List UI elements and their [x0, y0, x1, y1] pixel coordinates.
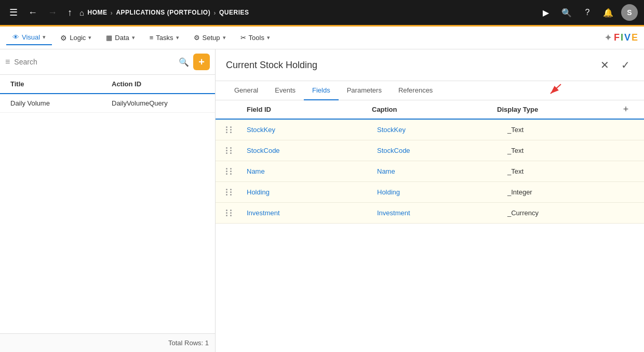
- field-id-investment: Investment: [243, 203, 373, 223]
- main-content: ≡ 🔍 + Title Action ID Daily Volume Daily…: [0, 49, 644, 352]
- tabs-bar: General Events Fields Parameters Referen…: [216, 81, 644, 100]
- left-panel: ≡ 🔍 + Title Action ID Daily Volume Daily…: [0, 49, 216, 352]
- menu-tools[interactable]: ✂ Tools ▾: [234, 31, 276, 45]
- field-id-stockkey: StockKey: [243, 120, 373, 140]
- top-nav-right: ▶ 🔍 ? 🔔 S: [538, 4, 638, 21]
- add-button[interactable]: +: [193, 54, 210, 70]
- menu-setup-label: Setup: [203, 34, 220, 42]
- breadcrumb-sep2: ›: [213, 9, 216, 17]
- tasks-arrow: ▾: [176, 34, 179, 41]
- field-displaytype-investment: _Currency: [503, 203, 634, 223]
- col-header-title: Title: [6, 75, 108, 93]
- back-icon[interactable]: ←: [25, 5, 41, 20]
- five-logo: ✦ FIVE: [605, 32, 638, 43]
- left-footer: Total Rows: 1: [0, 333, 215, 352]
- breadcrumb-home[interactable]: HOME: [88, 9, 108, 16]
- menu-setup[interactable]: ⚙ Setup ▾: [187, 31, 232, 45]
- confirm-button[interactable]: ✓: [617, 57, 634, 73]
- panel-title: Current Stock Holding: [226, 60, 596, 71]
- field-id-name: Name: [243, 161, 373, 181]
- forward-icon[interactable]: →: [45, 5, 60, 20]
- search-input[interactable]: [14, 58, 175, 66]
- fields-table: Field ID Caption Display Type + StockKey…: [216, 100, 644, 352]
- tab-references[interactable]: References: [390, 81, 441, 100]
- data-icon: ▦: [106, 34, 112, 42]
- tab-fields[interactable]: Fields: [304, 81, 339, 100]
- tab-events[interactable]: Events: [266, 81, 304, 100]
- breadcrumb-applications[interactable]: APPLICATIONS (PORTFOLIO): [116, 9, 210, 16]
- field-row-stockkey[interactable]: StockKey StockKey _Text: [216, 120, 644, 140]
- fh-displaytype: Display Type: [493, 100, 618, 119]
- drag-handle[interactable]: [226, 210, 243, 216]
- field-caption-holding: Holding: [373, 182, 503, 202]
- search-icon[interactable]: 🔍: [559, 5, 574, 20]
- total-rows-label: Total Rows: 1: [168, 339, 209, 347]
- breadcrumb: ⌂ HOME › APPLICATIONS (PORTFOLIO) › QUER…: [79, 8, 249, 17]
- drag-handle[interactable]: [226, 126, 243, 133]
- menu-tasks-label: Tasks: [156, 34, 173, 42]
- field-displaytype-stockcode: _Text: [503, 140, 634, 161]
- visual-icon: 👁: [12, 33, 19, 41]
- tab-general[interactable]: General: [226, 81, 266, 100]
- visual-arrow: ▾: [43, 34, 46, 41]
- hamburger-icon[interactable]: ☰: [6, 5, 21, 20]
- tasks-icon: ≡: [150, 34, 154, 42]
- field-row-investment[interactable]: Investment Investment _Currency: [216, 203, 644, 224]
- field-caption-name: Name: [373, 161, 503, 181]
- menu-visual-label: Visual: [22, 33, 40, 41]
- drag-handle[interactable]: [226, 168, 243, 175]
- breadcrumb-queries[interactable]: QUERIES: [219, 9, 249, 16]
- fields-header: Field ID Caption Display Type +: [216, 100, 644, 120]
- avatar[interactable]: S: [621, 4, 638, 21]
- header-actions: ✕ ✓: [596, 57, 634, 73]
- menu-tools-label: Tools: [249, 34, 264, 42]
- fh-caption: Caption: [368, 100, 493, 119]
- search-icon-btn[interactable]: 🔍: [179, 57, 189, 67]
- tab-parameters[interactable]: Parameters: [339, 81, 390, 100]
- red-arrow-annotation: [545, 82, 566, 99]
- search-bar: ≡ 🔍 +: [0, 49, 215, 75]
- field-caption-investment: Investment: [373, 203, 503, 223]
- filter-icon: ≡: [5, 57, 10, 67]
- field-id-holding: Holding: [243, 182, 373, 202]
- table-body: Daily Volume DailyVolumeQuery: [0, 94, 215, 333]
- help-icon[interactable]: ?: [580, 5, 595, 20]
- add-field-button[interactable]: +: [618, 104, 634, 115]
- logic-icon: ⚙: [60, 34, 67, 42]
- table-row[interactable]: Daily Volume DailyVolumeQuery: [0, 94, 215, 113]
- menu-data[interactable]: ▦ Data ▾: [100, 31, 141, 45]
- play-button[interactable]: ▶: [538, 5, 554, 20]
- field-row-stockcode[interactable]: StockCode StockCode _Text: [216, 140, 644, 161]
- menu-logic-label: Logic: [70, 34, 86, 42]
- table-header: Title Action ID: [0, 75, 215, 94]
- tools-icon: ✂: [240, 34, 246, 42]
- tools-arrow: ▾: [267, 34, 270, 41]
- fh-fieldid: Field ID: [243, 100, 368, 119]
- drag-handle[interactable]: [226, 147, 243, 154]
- svg-line-1: [551, 84, 561, 94]
- field-caption-stockkey: StockKey: [373, 120, 503, 140]
- row-actionid: DailyVolumeQuery: [108, 94, 209, 112]
- field-displaytype-holding: _Integer: [503, 182, 634, 202]
- notification-icon[interactable]: 🔔: [600, 5, 616, 20]
- field-displaytype-stockkey: _Text: [503, 120, 634, 140]
- data-arrow: ▾: [132, 34, 135, 41]
- field-displaytype-name: _Text: [503, 161, 634, 181]
- home-icon[interactable]: ⌂: [79, 8, 85, 17]
- right-panel: Current Stock Holding ✕ ✓ General Events…: [216, 49, 644, 352]
- menu-bar: 👁 Visual ▾ ⚙ Logic ▾ ▦ Data ▾ ≡ Tasks ▾ …: [0, 27, 644, 49]
- breadcrumb-sep1: ›: [111, 9, 113, 17]
- drag-handle[interactable]: [226, 189, 243, 195]
- close-button[interactable]: ✕: [596, 57, 613, 73]
- setup-arrow: ▾: [223, 34, 226, 41]
- up-icon[interactable]: ↑: [64, 5, 75, 20]
- logic-arrow: ▾: [88, 34, 91, 41]
- field-caption-stockcode: StockCode: [373, 140, 503, 161]
- field-row-name[interactable]: Name Name _Text: [216, 161, 644, 182]
- menu-logic[interactable]: ⚙ Logic ▾: [54, 31, 98, 45]
- row-title: Daily Volume: [6, 94, 108, 112]
- menu-visual[interactable]: 👁 Visual ▾: [6, 30, 52, 45]
- setup-icon: ⚙: [194, 34, 200, 42]
- menu-tasks[interactable]: ≡ Tasks ▾: [143, 31, 185, 45]
- field-row-holding[interactable]: Holding Holding _Integer: [216, 182, 644, 203]
